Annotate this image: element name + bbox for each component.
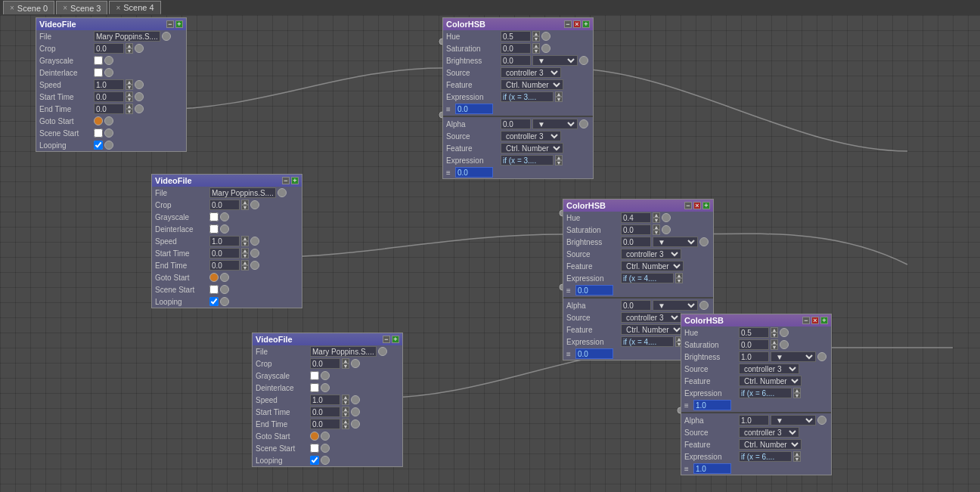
videofile1-starttime-value[interactable]: 0.0 <box>94 91 124 102</box>
videofile1-crop-value[interactable]: 0.0 <box>94 43 124 54</box>
colorhsb2-alpha-dropdown[interactable]: ▼ <box>653 300 698 311</box>
videofile1-expand[interactable]: + <box>175 20 183 28</box>
colorhsb3-alpha-expression-spinner[interactable]: ▲ ▼ <box>793 451 801 462</box>
colorhsb2-saturation-value[interactable]: 0.0 <box>621 224 651 235</box>
videofile1-deinterlace-connect[interactable] <box>104 68 113 77</box>
videofile3-speed-spinner[interactable]: ▲ ▼ <box>342 395 349 405</box>
videofile3-gotostart-connect[interactable] <box>321 432 330 441</box>
colorhsb1-alpha-expression-value[interactable]: if (x = 3.... <box>501 155 554 166</box>
colorhsb2-alpha-source-dropdown[interactable]: controller 3 <box>621 312 681 323</box>
videofile3-crop-spinner[interactable]: ▲ ▼ <box>342 358 349 369</box>
colorhsb3-source-dropdown[interactable]: controller 3 <box>739 364 799 374</box>
tab-close-scene0[interactable]: × <box>10 4 14 12</box>
videofile2-crop-spinner[interactable]: ▲ ▼ <box>241 200 249 210</box>
colorhsb1-alpha-exprval-value[interactable]: 0.0 <box>455 167 493 178</box>
colorhsb3-expression-value[interactable]: if (x = 6.... <box>739 388 792 398</box>
videofile2-crop-connect[interactable] <box>250 200 259 209</box>
colorhsb1-alpha-connect[interactable] <box>579 119 588 128</box>
videofile1-gotostart-connect[interactable] <box>104 116 113 125</box>
videofile1-scenestart-check[interactable] <box>94 128 103 138</box>
colorhsb2-brightness-connect[interactable] <box>699 237 709 246</box>
videofile1-minimize[interactable]: − <box>166 20 174 28</box>
colorhsb3-alpha-value[interactable]: 1.0 <box>739 415 769 425</box>
colorhsb2-alpha-expression-value[interactable]: if (x = 4.... <box>621 336 674 347</box>
colorhsb1-saturation-connect[interactable] <box>541 44 550 53</box>
tab-scene4[interactable]: × Scene 4 <box>109 1 160 14</box>
colorhsb2-source-dropdown[interactable]: controller 3 <box>621 249 681 259</box>
colorhsb2-expression-spinner[interactable]: ▲ ▼ <box>675 273 683 283</box>
videofile2-endtime-connect[interactable] <box>250 261 259 270</box>
colorhsb1-alpha-dropdown[interactable]: ▼ <box>532 119 578 129</box>
videofile3-deinterlace-check[interactable] <box>310 383 319 392</box>
videofile1-grayscale-check[interactable] <box>94 56 103 65</box>
colorhsb2-feature-dropdown[interactable]: Ctrl. Number <box>621 261 684 271</box>
colorhsb2-alpha-exprval-value[interactable]: 0.0 <box>575 348 613 359</box>
videofile1-speed-connect[interactable] <box>135 80 144 89</box>
spin-up[interactable]: ▲ <box>126 43 133 48</box>
colorhsb3-hue-value[interactable]: 0.5 <box>739 327 769 338</box>
videofile2-starttime-connect[interactable] <box>250 249 259 258</box>
videofile3-looping-check[interactable] <box>310 456 319 465</box>
colorhsb1-hue-connect[interactable] <box>541 32 550 41</box>
colorhsb3-alpha-connect[interactable] <box>817 416 826 425</box>
tab-scene3[interactable]: × Scene 3 <box>56 1 107 14</box>
colorhsb2-hue-value[interactable]: 0.4 <box>621 212 651 223</box>
colorhsb2-alpha-feature-dropdown[interactable]: Ctrl. Number <box>621 324 684 335</box>
colorhsb1-expand[interactable]: + <box>582 20 590 28</box>
colorhsb3-brightness-value[interactable]: 1.0 <box>739 351 769 362</box>
colorhsb3-brightness-connect[interactable] <box>817 352 826 361</box>
colorhsb2-expand[interactable]: + <box>702 202 710 209</box>
colorhsb1-expression-spinner[interactable]: ▲ ▼ <box>555 91 563 102</box>
colorhsb2-hue-spinner[interactable]: ▲ ▼ <box>653 212 660 223</box>
colorhsb1-alpha-expression-spinner[interactable]: ▲ ▼ <box>555 155 563 166</box>
videofile3-file-connect[interactable] <box>378 347 387 356</box>
colorhsb2-brightness-dropdown[interactable]: ▼ <box>653 237 698 247</box>
videofile3-speed-value[interactable]: 1.0 <box>310 395 340 405</box>
colorhsb1-brightness-connect[interactable] <box>579 56 588 65</box>
colorhsb3-close[interactable]: × <box>811 317 819 324</box>
videofile2-endtime-value[interactable]: 0.0 <box>209 260 240 271</box>
videofile2-file-connect[interactable] <box>278 188 287 197</box>
colorhsb1-minimize[interactable]: − <box>564 20 572 28</box>
colorhsb3-alpha-feature-dropdown[interactable]: Ctrl. Number <box>739 439 802 450</box>
colorhsb3-hue-connect[interactable] <box>780 328 789 337</box>
videofile2-crop-value[interactable]: 0.0 <box>209 200 240 210</box>
tab-close-scene3[interactable]: × <box>63 4 67 12</box>
videofile2-scenestart-check[interactable] <box>209 285 219 294</box>
colorhsb2-alpha-value[interactable]: 0.0 <box>621 300 651 311</box>
colorhsb2-saturation-connect[interactable] <box>662 225 671 234</box>
videofile1-speed-value[interactable]: 1.0 <box>94 79 124 90</box>
videofile3-expand[interactable]: + <box>392 336 399 343</box>
videofile2-speed-spinner[interactable]: ▲ ▼ <box>241 236 249 246</box>
videofile1-looping-check[interactable] <box>94 141 103 150</box>
videofile3-minimize[interactable]: − <box>383 336 390 343</box>
colorhsb2-minimize[interactable]: − <box>684 202 692 209</box>
colorhsb1-brightness-dropdown[interactable]: ▼ <box>532 55 578 66</box>
videofile3-crop-connect[interactable] <box>351 359 360 368</box>
colorhsb1-source-dropdown[interactable]: controller 3 <box>501 67 561 78</box>
videofile2-gotostart-connect[interactable] <box>220 273 229 282</box>
colorhsb2-expression-value[interactable]: if (x = 4.... <box>621 273 674 283</box>
colorhsb1-feature-dropdown[interactable]: Ctrl. Number <box>501 79 563 90</box>
videofile2-speed-connect[interactable] <box>250 237 259 246</box>
spin-down[interactable]: ▼ <box>126 48 133 54</box>
videofile1-deinterlace-check[interactable] <box>94 68 103 77</box>
videofile1-crop-connect[interactable] <box>135 44 144 53</box>
videofile2-scenestart-connect[interactable] <box>220 285 229 294</box>
colorhsb3-saturation-spinner[interactable]: ▲ ▼ <box>771 339 778 350</box>
tab-scene0[interactable]: × Scene 0 <box>3 1 54 14</box>
tab-close-scene4[interactable]: × <box>116 4 120 12</box>
colorhsb1-exprval-value[interactable]: 0.0 <box>455 104 493 114</box>
colorhsb1-alpha-source-dropdown[interactable]: controller 3 <box>501 131 561 141</box>
videofile3-endtime-value[interactable]: 0.0 <box>310 419 340 429</box>
videofile1-speed-spinner[interactable]: ▲ ▼ <box>126 79 133 90</box>
videofile2-gotostart-btn[interactable] <box>209 273 219 282</box>
colorhsb1-saturation-spinner[interactable]: ▲ ▼ <box>532 43 540 54</box>
videofile2-speed-value[interactable]: 1.0 <box>209 236 240 246</box>
videofile3-starttime-connect[interactable] <box>351 407 360 416</box>
videofile3-grayscale-connect[interactable] <box>321 371 330 380</box>
colorhsb1-alpha-value[interactable]: 0.0 <box>501 119 531 129</box>
colorhsb3-minimize[interactable]: − <box>802 317 810 324</box>
videofile3-scenestart-connect[interactable] <box>321 444 330 453</box>
videofile3-endtime-spinner[interactable]: ▲ ▼ <box>342 419 349 429</box>
